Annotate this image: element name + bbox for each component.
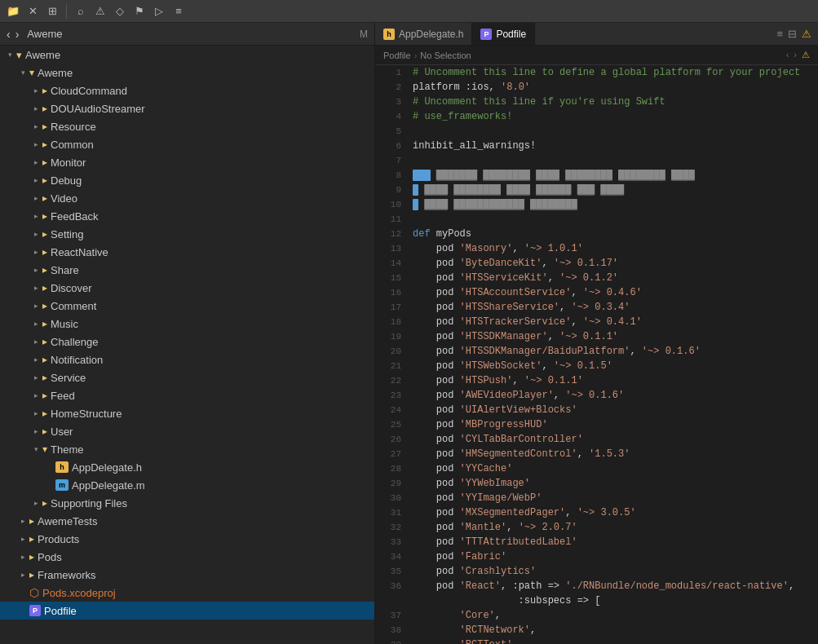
podfile-file-icon: P [29, 605, 41, 616]
breadcrumb-nav-forward[interactable]: › [794, 50, 797, 60]
grid-icon[interactable]: ⊞ [44, 3, 60, 20]
code-line-20: 20 pod 'HTSSDKManager/BaiduPlatform', '~… [375, 344, 818, 359]
tree-item-resource[interactable]: ▸ Resource [0, 117, 374, 135]
code-line-13: 13 pod 'Masonry', '~> 1.0.1' [375, 241, 818, 256]
tab-appdelegate-h[interactable]: h AppDelegate.h [375, 23, 472, 45]
app-toolbar: 📁 ✕ ⊞ ⌕ ⚠ ◇ ⚑ ▷ ≡ [0, 0, 818, 23]
arrow-feedback [29, 210, 42, 223]
tree-item-service[interactable]: ▸ Service [0, 368, 374, 386]
tree-item-frameworks[interactable]: ▸ Frameworks [0, 566, 374, 584]
arrow-reactnative [29, 245, 42, 258]
code-line-39: 39 'RCTText', [375, 637, 818, 644]
list-icon[interactable]: ≡ [170, 3, 187, 20]
code-line-14: 14 pod 'ByteDanceKit', '~> 0.1.17' [375, 256, 818, 271]
code-line-11: 11 [375, 212, 818, 227]
tree-item-awemetests[interactable]: ▸ AwemeTests [0, 512, 374, 530]
arrow-feed [29, 389, 42, 402]
tree-item-feed[interactable]: ▸ Feed [0, 386, 374, 404]
tree-item-aweme[interactable]: ▾ Aweme [0, 64, 374, 82]
tree-item-discover[interactable]: ▸ Discover [0, 279, 374, 297]
tree-item-music[interactable]: ▸ Music [0, 315, 374, 333]
breadcrumb-warning: ⚠ [802, 50, 810, 60]
arrow-aweme-root [3, 48, 16, 61]
arrow-right-icon[interactable]: ▷ [151, 3, 167, 20]
nav-forward[interactable]: › [15, 28, 20, 41]
tree-item-theme[interactable]: ▾ Theme [0, 440, 374, 458]
code-line-27: 27 pod 'HMSegmentedControl', '1.5.3' [375, 447, 818, 461]
tab-podfile-label: Podfile [496, 29, 526, 40]
breadcrumb-file: Podfile [383, 51, 411, 60]
tree-item-appdelegate-h[interactable]: h AppDelegate.h [0, 458, 374, 476]
tree-item-debug[interactable]: ▸ Debug [0, 171, 374, 189]
code-line-30: 30 pod 'YYImage/WebP' [375, 491, 818, 505]
arrow-notification [29, 353, 42, 366]
code-line-15: 15 pod 'HTSServiceKit', '~> 0.1.2' [375, 271, 818, 285]
code-line-5: 5 [375, 124, 818, 139]
code-line-23: 23 pod 'AWEVideoPlayer', '~> 0.1.6' [375, 388, 818, 403]
search-icon[interactable]: ⌕ [73, 3, 89, 20]
code-line-34: 34 pod 'Fabric' [375, 549, 818, 564]
flag-icon[interactable]: ⚑ [131, 3, 148, 20]
tree-item-cloudcommand[interactable]: ▸ CloudCommand [0, 82, 374, 99]
tree-item-podfile[interactable]: P Podfile [0, 602, 374, 620]
code-line-33: 33 pod 'TTTAttributedLabel' [375, 535, 818, 549]
code-line-35: 35 pod 'Crashlytics' [375, 564, 818, 579]
diamond-icon[interactable]: ◇ [112, 3, 128, 20]
tree-item-monitor[interactable]: ▸ Monitor [0, 153, 374, 171]
arrow-products [16, 532, 29, 545]
tree-item-share[interactable]: ▸ Share [0, 261, 374, 279]
tree-item-common[interactable]: ▸ Common [0, 135, 374, 153]
breadcrumb-nav-back[interactable]: ‹ [786, 50, 789, 60]
editor-area: Podfile › No Selection ‹ › ⚠ 1 # Uncomme… [375, 46, 818, 644]
code-line-31: 31 pod 'MXSegmentedPager', '~> 3.0.5' [375, 505, 818, 520]
code-line-16: 16 pod 'HTSAccountService', '~> 0.4.6' [375, 285, 818, 300]
arrow-cloudcommand [29, 84, 42, 97]
arrow-debug [29, 174, 42, 187]
sidebar-header: ‹ › Aweme M [0, 23, 375, 45]
tab-podfile[interactable]: P Podfile [472, 23, 535, 45]
code-line-3: 3 # Uncomment this line if you're using … [375, 95, 818, 109]
tree-item-reactnative[interactable]: ▸ ReactNative [0, 243, 374, 261]
h-file-icon: h [383, 29, 395, 40]
tree-item-appdelegate-m[interactable]: m AppDelegate.m [0, 476, 374, 494]
arrow-homestructure [29, 407, 42, 420]
arrow-theme [29, 443, 42, 456]
arrow-aweme [16, 66, 29, 79]
folder-icon[interactable]: 📁 [5, 3, 21, 20]
arrow-monitor [29, 156, 42, 169]
tree-item-video[interactable]: ▸ Video [0, 189, 374, 207]
code-line-19: 19 pod 'HTSSDKManager', '~> 0.1.1' [375, 329, 818, 344]
tree-item-aweme-root[interactable]: ▾ Aweme [0, 46, 374, 64]
tree-item-homestructure[interactable]: ▸ HomeStructure [0, 404, 374, 422]
arrow-common [29, 138, 42, 151]
code-line-2: 2 platform :ios, '8.0' [375, 80, 818, 95]
tree-item-pods[interactable]: ▸ Pods [0, 548, 374, 566]
code-line-18: 18 pod 'HTSTrackerService', '~> 0.4.1' [375, 315, 818, 329]
split-icon[interactable]: ⊟ [788, 28, 797, 40]
alert-icon[interactable]: ⚠ [802, 28, 811, 40]
warning-icon[interactable]: ⚠ [92, 3, 108, 20]
tree-item-setting[interactable]: ▸ Setting [0, 225, 374, 243]
tree-item-challenge[interactable]: ▸ Challenge [0, 333, 374, 351]
arrow-resource [29, 120, 42, 133]
code-editor[interactable]: 1 # Uncomment this line to define a glob… [375, 65, 818, 644]
tree-item-comment[interactable]: ▸ Comment [0, 297, 374, 315]
code-line-8: 8 sel ███████ ████████ ████ ████████ ███… [375, 168, 818, 183]
nav-back[interactable]: ‹ [7, 28, 11, 41]
lines-icon[interactable]: ≡ [776, 28, 783, 40]
arrow-pods [16, 550, 29, 563]
code-line-10: 10 s ████ ████████████ ████████ [375, 197, 818, 212]
arrow-comment [29, 299, 42, 312]
close-icon[interactable]: ✕ [24, 3, 41, 20]
tree-item-pods-xcodeproj[interactable]: ⬡ Pods.xcodeproj [0, 584, 374, 602]
code-line-37: 37 'Core', [375, 608, 818, 623]
arrow-service [29, 371, 42, 384]
tree-item-products[interactable]: ▸ Products [0, 530, 374, 548]
tree-item-feedback[interactable]: ▸ FeedBack [0, 207, 374, 225]
tree-item-supporting-files[interactable]: ▸ Supporting Files [0, 494, 374, 512]
tree-item-user[interactable]: ▸ User [0, 422, 374, 440]
tree-item-notification[interactable]: ▸ Notification [0, 351, 374, 368]
code-line-36: 36 pod 'React', :path => './RNBundle/nod… [375, 579, 818, 593]
tree-item-douaudio[interactable]: ▸ DOUAudioStreamer [0, 99, 374, 117]
arrow-share [29, 263, 42, 276]
